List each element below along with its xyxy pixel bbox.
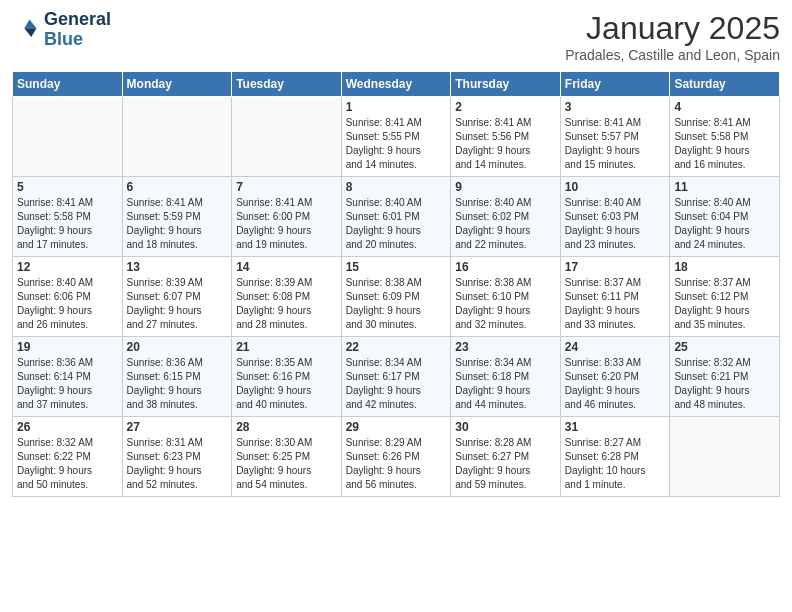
calendar-cell: 17Sunrise: 8:37 AM Sunset: 6:11 PM Dayli… [560, 257, 670, 337]
week-row-2: 5Sunrise: 8:41 AM Sunset: 5:58 PM Daylig… [13, 177, 780, 257]
cell-content: Sunrise: 8:34 AM Sunset: 6:17 PM Dayligh… [346, 356, 447, 412]
calendar-cell: 5Sunrise: 8:41 AM Sunset: 5:58 PM Daylig… [13, 177, 123, 257]
cell-content: Sunrise: 8:41 AM Sunset: 5:57 PM Dayligh… [565, 116, 666, 172]
day-number: 3 [565, 100, 666, 114]
cell-content: Sunrise: 8:40 AM Sunset: 6:01 PM Dayligh… [346, 196, 447, 252]
day-number: 25 [674, 340, 775, 354]
calendar-cell: 22Sunrise: 8:34 AM Sunset: 6:17 PM Dayli… [341, 337, 451, 417]
calendar-cell: 2Sunrise: 8:41 AM Sunset: 5:56 PM Daylig… [451, 97, 561, 177]
calendar-cell: 7Sunrise: 8:41 AM Sunset: 6:00 PM Daylig… [232, 177, 342, 257]
day-number: 28 [236, 420, 337, 434]
calendar-cell: 24Sunrise: 8:33 AM Sunset: 6:20 PM Dayli… [560, 337, 670, 417]
location: Pradales, Castille and Leon, Spain [565, 47, 780, 63]
logo: General Blue [12, 10, 111, 50]
weekday-header-saturday: Saturday [670, 72, 780, 97]
cell-content: Sunrise: 8:33 AM Sunset: 6:20 PM Dayligh… [565, 356, 666, 412]
calendar-cell: 1Sunrise: 8:41 AM Sunset: 5:55 PM Daylig… [341, 97, 451, 177]
cell-content: Sunrise: 8:38 AM Sunset: 6:10 PM Dayligh… [455, 276, 556, 332]
calendar-cell: 3Sunrise: 8:41 AM Sunset: 5:57 PM Daylig… [560, 97, 670, 177]
day-number: 10 [565, 180, 666, 194]
week-row-1: 1Sunrise: 8:41 AM Sunset: 5:55 PM Daylig… [13, 97, 780, 177]
day-number: 21 [236, 340, 337, 354]
day-number: 22 [346, 340, 447, 354]
cell-content: Sunrise: 8:29 AM Sunset: 6:26 PM Dayligh… [346, 436, 447, 492]
svg-marker-2 [24, 28, 36, 37]
calendar-cell [13, 97, 123, 177]
cell-content: Sunrise: 8:40 AM Sunset: 6:02 PM Dayligh… [455, 196, 556, 252]
day-number: 8 [346, 180, 447, 194]
day-number: 4 [674, 100, 775, 114]
day-number: 7 [236, 180, 337, 194]
cell-content: Sunrise: 8:30 AM Sunset: 6:25 PM Dayligh… [236, 436, 337, 492]
day-number: 12 [17, 260, 118, 274]
cell-content: Sunrise: 8:39 AM Sunset: 6:08 PM Dayligh… [236, 276, 337, 332]
title-block: January 2025 Pradales, Castille and Leon… [565, 10, 780, 63]
day-number: 24 [565, 340, 666, 354]
day-number: 14 [236, 260, 337, 274]
calendar-cell: 9Sunrise: 8:40 AM Sunset: 6:02 PM Daylig… [451, 177, 561, 257]
cell-content: Sunrise: 8:32 AM Sunset: 6:21 PM Dayligh… [674, 356, 775, 412]
day-number: 15 [346, 260, 447, 274]
cell-content: Sunrise: 8:41 AM Sunset: 6:00 PM Dayligh… [236, 196, 337, 252]
weekday-header-row: SundayMondayTuesdayWednesdayThursdayFrid… [13, 72, 780, 97]
calendar-cell: 10Sunrise: 8:40 AM Sunset: 6:03 PM Dayli… [560, 177, 670, 257]
month-title: January 2025 [565, 10, 780, 47]
calendar-cell: 25Sunrise: 8:32 AM Sunset: 6:21 PM Dayli… [670, 337, 780, 417]
calendar-cell: 14Sunrise: 8:39 AM Sunset: 6:08 PM Dayli… [232, 257, 342, 337]
cell-content: Sunrise: 8:31 AM Sunset: 6:23 PM Dayligh… [127, 436, 228, 492]
day-number: 23 [455, 340, 556, 354]
weekday-header-friday: Friday [560, 72, 670, 97]
cell-content: Sunrise: 8:41 AM Sunset: 5:58 PM Dayligh… [17, 196, 118, 252]
cell-content: Sunrise: 8:41 AM Sunset: 5:59 PM Dayligh… [127, 196, 228, 252]
cell-content: Sunrise: 8:41 AM Sunset: 5:55 PM Dayligh… [346, 116, 447, 172]
calendar-cell: 21Sunrise: 8:35 AM Sunset: 6:16 PM Dayli… [232, 337, 342, 417]
cell-content: Sunrise: 8:40 AM Sunset: 6:04 PM Dayligh… [674, 196, 775, 252]
day-number: 27 [127, 420, 228, 434]
calendar-cell: 13Sunrise: 8:39 AM Sunset: 6:07 PM Dayli… [122, 257, 232, 337]
day-number: 9 [455, 180, 556, 194]
day-number: 17 [565, 260, 666, 274]
cell-content: Sunrise: 8:37 AM Sunset: 6:12 PM Dayligh… [674, 276, 775, 332]
week-row-4: 19Sunrise: 8:36 AM Sunset: 6:14 PM Dayli… [13, 337, 780, 417]
week-row-5: 26Sunrise: 8:32 AM Sunset: 6:22 PM Dayli… [13, 417, 780, 497]
calendar-cell: 6Sunrise: 8:41 AM Sunset: 5:59 PM Daylig… [122, 177, 232, 257]
calendar-cell [232, 97, 342, 177]
weekday-header-sunday: Sunday [13, 72, 123, 97]
weekday-header-tuesday: Tuesday [232, 72, 342, 97]
calendar-cell: 29Sunrise: 8:29 AM Sunset: 6:26 PM Dayli… [341, 417, 451, 497]
calendar-cell: 26Sunrise: 8:32 AM Sunset: 6:22 PM Dayli… [13, 417, 123, 497]
page-container: General Blue January 2025 Pradales, Cast… [0, 0, 792, 509]
day-number: 20 [127, 340, 228, 354]
day-number: 11 [674, 180, 775, 194]
cell-content: Sunrise: 8:39 AM Sunset: 6:07 PM Dayligh… [127, 276, 228, 332]
calendar-cell: 15Sunrise: 8:38 AM Sunset: 6:09 PM Dayli… [341, 257, 451, 337]
day-number: 13 [127, 260, 228, 274]
cell-content: Sunrise: 8:36 AM Sunset: 6:15 PM Dayligh… [127, 356, 228, 412]
calendar-cell [670, 417, 780, 497]
cell-content: Sunrise: 8:40 AM Sunset: 6:06 PM Dayligh… [17, 276, 118, 332]
cell-content: Sunrise: 8:36 AM Sunset: 6:14 PM Dayligh… [17, 356, 118, 412]
day-number: 19 [17, 340, 118, 354]
day-number: 31 [565, 420, 666, 434]
cell-content: Sunrise: 8:40 AM Sunset: 6:03 PM Dayligh… [565, 196, 666, 252]
day-number: 16 [455, 260, 556, 274]
day-number: 1 [346, 100, 447, 114]
calendar-cell: 27Sunrise: 8:31 AM Sunset: 6:23 PM Dayli… [122, 417, 232, 497]
cell-content: Sunrise: 8:41 AM Sunset: 5:58 PM Dayligh… [674, 116, 775, 172]
calendar-cell: 11Sunrise: 8:40 AM Sunset: 6:04 PM Dayli… [670, 177, 780, 257]
day-number: 30 [455, 420, 556, 434]
weekday-header-monday: Monday [122, 72, 232, 97]
calendar-cell: 30Sunrise: 8:28 AM Sunset: 6:27 PM Dayli… [451, 417, 561, 497]
week-row-3: 12Sunrise: 8:40 AM Sunset: 6:06 PM Dayli… [13, 257, 780, 337]
cell-content: Sunrise: 8:38 AM Sunset: 6:09 PM Dayligh… [346, 276, 447, 332]
cell-content: Sunrise: 8:35 AM Sunset: 6:16 PM Dayligh… [236, 356, 337, 412]
weekday-header-wednesday: Wednesday [341, 72, 451, 97]
calendar-cell: 8Sunrise: 8:40 AM Sunset: 6:01 PM Daylig… [341, 177, 451, 257]
cell-content: Sunrise: 8:28 AM Sunset: 6:27 PM Dayligh… [455, 436, 556, 492]
calendar-cell: 12Sunrise: 8:40 AM Sunset: 6:06 PM Dayli… [13, 257, 123, 337]
svg-marker-1 [24, 19, 36, 28]
logo-icon [12, 16, 40, 44]
day-number: 18 [674, 260, 775, 274]
calendar-table: SundayMondayTuesdayWednesdayThursdayFrid… [12, 71, 780, 497]
cell-content: Sunrise: 8:34 AM Sunset: 6:18 PM Dayligh… [455, 356, 556, 412]
